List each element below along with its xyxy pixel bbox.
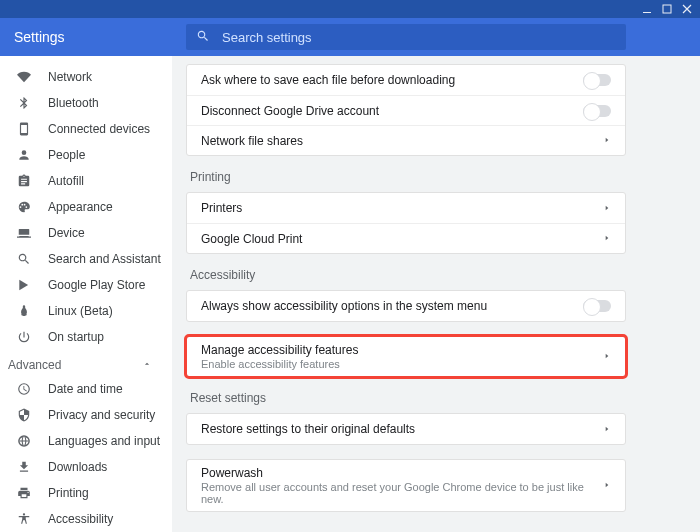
row-title: Google Cloud Print xyxy=(201,232,595,246)
row-title: Ask where to save each file before downl… xyxy=(201,73,583,87)
settings-row[interactable]: Manage accessibility featuresEnable acce… xyxy=(187,337,625,376)
chevron-right-icon xyxy=(603,133,611,148)
sidebar-item-search[interactable]: Search and Assistant xyxy=(0,246,172,272)
sidebar-item-label: Google Play Store xyxy=(48,278,145,292)
section-accessibility: Accessibility xyxy=(190,268,626,282)
sidebar-item-shield[interactable]: Privacy and security xyxy=(0,402,172,428)
sidebar-item-wifi[interactable]: Network xyxy=(0,64,172,90)
bluetooth-icon xyxy=(16,96,32,110)
reset-card-1: Restore settings to their original defau… xyxy=(186,413,626,445)
downloads-card: Ask where to save each file before downl… xyxy=(186,64,626,156)
sidebar-item-globe[interactable]: Languages and input xyxy=(0,428,172,454)
toggle-switch[interactable] xyxy=(583,105,611,117)
sidebar-advanced-label: Advanced xyxy=(8,358,61,372)
settings-row[interactable]: Network file shares xyxy=(187,125,625,155)
sidebar-item-label: Connected devices xyxy=(48,122,150,136)
play-icon xyxy=(16,278,32,292)
power-icon xyxy=(16,330,32,344)
sidebar-item-phone[interactable]: Connected devices xyxy=(0,116,172,142)
row-title: Printers xyxy=(201,201,595,215)
minimize-icon[interactable] xyxy=(642,4,652,14)
clock-icon xyxy=(16,382,32,396)
sidebar-item-label: Linux (Beta) xyxy=(48,304,113,318)
sidebar-item-label: On startup xyxy=(48,330,104,344)
row-title: Manage accessibility features xyxy=(201,343,595,357)
chevron-right-icon xyxy=(603,231,611,246)
section-printing: Printing xyxy=(190,170,626,184)
sidebar-item-power[interactable]: On startup xyxy=(0,324,172,350)
sidebar-item-label: Languages and input xyxy=(48,434,160,448)
svg-rect-1 xyxy=(663,5,671,13)
accessibility-icon xyxy=(16,512,32,526)
svg-rect-0 xyxy=(643,12,651,13)
chevron-right-icon xyxy=(603,201,611,216)
settings-row[interactable]: Printers xyxy=(187,193,625,223)
shield-icon xyxy=(16,408,32,422)
phone-icon xyxy=(16,122,32,136)
row-subtitle: Remove all user accounts and reset your … xyxy=(201,481,595,505)
sidebar-item-linux[interactable]: Linux (Beta) xyxy=(0,298,172,324)
sidebar-item-label: Search and Assistant xyxy=(48,252,161,266)
sidebar-item-label: Downloads xyxy=(48,460,107,474)
sidebar-item-label: People xyxy=(48,148,85,162)
palette-icon xyxy=(16,200,32,214)
settings-row[interactable]: Restore settings to their original defau… xyxy=(187,414,625,444)
settings-row[interactable]: Always show accessibility options in the… xyxy=(187,291,625,321)
search-icon xyxy=(16,252,32,266)
person-icon xyxy=(16,148,32,162)
settings-row[interactable]: Disconnect Google Drive account xyxy=(187,95,625,125)
linux-icon xyxy=(16,304,32,318)
reset-card-2: PowerwashRemove all user accounts and re… xyxy=(186,459,626,512)
assignment-icon xyxy=(16,174,32,188)
settings-row[interactable]: Google Cloud Print xyxy=(187,223,625,253)
accessibility-card-2: Manage accessibility featuresEnable acce… xyxy=(186,336,626,377)
row-title: Network file shares xyxy=(201,134,595,148)
toggle-switch[interactable] xyxy=(583,74,611,86)
sidebar-item-laptop[interactable]: Device xyxy=(0,220,172,246)
wifi-icon xyxy=(16,70,32,84)
download-icon xyxy=(16,460,32,474)
chevron-right-icon xyxy=(603,349,611,364)
sidebar-item-clock[interactable]: Date and time xyxy=(0,376,172,402)
globe-icon xyxy=(16,434,32,448)
chevron-up-icon xyxy=(142,358,152,372)
sidebar-item-person[interactable]: People xyxy=(0,142,172,168)
close-icon[interactable] xyxy=(682,4,692,14)
page-title: Settings xyxy=(14,29,65,45)
sidebar-item-download[interactable]: Downloads xyxy=(0,454,172,480)
sidebar-item-label: Network xyxy=(48,70,92,84)
sidebar-item-label: Appearance xyxy=(48,200,113,214)
search-box[interactable] xyxy=(186,24,626,50)
maximize-icon[interactable] xyxy=(662,4,672,14)
search-input[interactable] xyxy=(222,30,616,45)
search-icon xyxy=(196,29,210,46)
row-title: Disconnect Google Drive account xyxy=(201,104,583,118)
app-header: Settings xyxy=(0,18,700,56)
sidebar-item-accessibility[interactable]: Accessibility xyxy=(0,506,172,532)
sidebar-item-label: Device xyxy=(48,226,85,240)
sidebar-item-label: Printing xyxy=(48,486,89,500)
sidebar-item-assignment[interactable]: Autofill xyxy=(0,168,172,194)
sidebar-item-label: Date and time xyxy=(48,382,123,396)
sidebar-item-label: Privacy and security xyxy=(48,408,155,422)
settings-row[interactable]: Ask where to save each file before downl… xyxy=(187,65,625,95)
settings-row[interactable]: PowerwashRemove all user accounts and re… xyxy=(187,460,625,511)
chevron-right-icon xyxy=(603,422,611,437)
sidebar-item-label: Accessibility xyxy=(48,512,113,526)
toggle-switch[interactable] xyxy=(583,300,611,312)
row-title: Restore settings to their original defau… xyxy=(201,422,595,436)
sidebar-item-printer[interactable]: Printing xyxy=(0,480,172,506)
chevron-right-icon xyxy=(603,478,611,493)
sidebar-item-bluetooth[interactable]: Bluetooth xyxy=(0,90,172,116)
sidebar-item-play[interactable]: Google Play Store xyxy=(0,272,172,298)
row-title: Powerwash xyxy=(201,466,595,480)
laptop-icon xyxy=(16,226,32,240)
sidebar-item-label: Autofill xyxy=(48,174,84,188)
accessibility-card-1: Always show accessibility options in the… xyxy=(186,290,626,322)
row-subtitle: Enable accessibility features xyxy=(201,358,595,370)
sidebar-advanced-toggle[interactable]: Advanced xyxy=(0,354,172,376)
main-content: Ask where to save each file before downl… xyxy=(172,56,700,532)
sidebar-item-palette[interactable]: Appearance xyxy=(0,194,172,220)
section-reset: Reset settings xyxy=(190,391,626,405)
sidebar: NetworkBluetoothConnected devicesPeopleA… xyxy=(0,56,172,532)
